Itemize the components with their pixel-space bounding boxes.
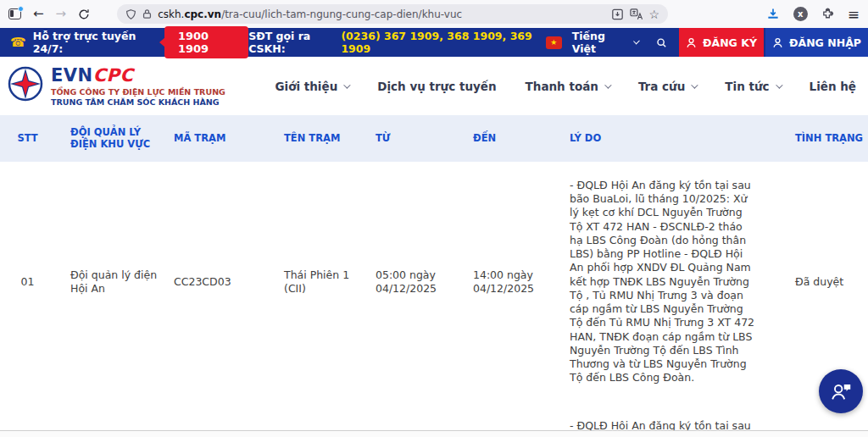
chevron-down-icon [691,81,698,88]
nav-dich-vu-truc-tuyen[interactable]: Dịch vụ trực tuyến [377,80,496,93]
person-icon [686,37,697,48]
chevron-down-icon [604,81,611,88]
col-header-reason: LÝ DO [548,115,763,162]
lock-icon[interactable] [142,8,152,19]
shield-icon[interactable] [125,8,136,20]
site-header: EVNCPC TỔNG CÔNG TY ĐIỆN LỰC MIỀN TRUNG … [0,57,868,115]
tab-notification-dot [18,6,24,12]
status-badge: Đã duyệt [763,162,868,402]
chat-agent-icon [828,379,854,404]
col-header-from: TỪ [359,115,453,162]
downloads-icon[interactable] [766,8,780,20]
col-header-stt: STT [0,115,55,162]
cskh-numbers: (0236) 367 1909, 368 1909, 369 1909 [341,30,532,55]
table-row: 01 Đội quản lý điện Hội An CC23CD03 Thái… [0,162,868,402]
cell-station-name: Thái Phiên 1 (CII) [250,162,359,402]
tab-icon[interactable] [8,8,21,19]
reload-icon[interactable] [78,8,90,20]
nav-tin-tuc[interactable]: Tin tức [725,80,780,93]
col-header-team: ĐỘI QUẢN LÝ ĐIỆN KHU VỰC [55,115,161,162]
language-selector[interactable]: Tiếng Việt [572,30,624,55]
login-button[interactable]: ĐĂNG NHẬP [765,28,868,57]
cell-from: 05:00 ngày 04/12/2025 [359,162,453,402]
company-line2: TRUNG TÂM CHĂM SÓC KHÁCH HÀNG [51,97,225,107]
url-text: cskh.cpc.vn/tra-cuu/lich-tam-ngung-cung-… [158,8,462,20]
brand-name: EVNCPC [51,65,225,86]
cskh-label: SĐT gọi ra CSKH: [248,30,336,55]
menu-icon[interactable]: ≡ [848,6,860,23]
col-header-station-name: TÊN TRẠM [250,115,359,162]
chevron-down-icon [343,81,350,88]
nav-gioi-thieu[interactable]: Giới thiệu [275,80,348,93]
col-header-to: ĐẾN [453,115,548,162]
register-button[interactable]: ĐĂNG KÝ [679,28,764,57]
nav-lien-he[interactable]: Liên hệ [810,80,856,93]
utility-bar: ☎ Hỗ trợ trực tuyến 24/7: 1900 1909 SĐT … [0,28,868,57]
col-header-status: TÌNH TRẠNG [763,115,868,162]
vietnam-flag-icon: ★ [546,36,562,49]
table-header-row: STT ĐỘI QUẢN LÝ ĐIỆN KHU VỰC MÃ TRẠM TÊN… [0,115,868,162]
search-icon[interactable] [656,36,667,49]
page: ← → cskh.cpc.vn/tra-cuu/lich-tam-ngung-c… [0,0,868,437]
bookmark-star-icon[interactable]: ☆ [649,8,660,21]
nav-tra-cuu[interactable]: Tra cứu [638,80,696,93]
utility-right: SĐT gọi ra CSKH: (0236) 367 1909, 368 19… [248,30,679,55]
forward-icon: → [56,8,67,20]
cell-to: 14:00 ngày 04/12/2025 [453,162,548,402]
cell-team: Đội quản lý điện Hội An [55,162,161,402]
chat-widget-button[interactable] [819,369,863,413]
browser-toolbar: ← → cskh.cpc.vn/tra-cuu/lich-tam-ngung-c… [0,0,868,28]
address-bar[interactable]: cskh.cpc.vn/tra-cuu/lich-tam-ngung-cung-… [117,4,668,24]
cell-station-code: CC23CD03 [161,162,250,402]
chevron-down-icon[interactable] [633,38,640,45]
extensions-puzzle-icon[interactable] [821,8,834,20]
outage-table: STT ĐỘI QUẢN LÝ ĐIỆN KHU VỰC MÃ TRẠM TÊN… [0,115,868,437]
cell-reason: - ĐQLĐ Hội An đăng ký tồn tại sau bão Bu… [548,162,763,402]
col-header-station-code: MÃ TRẠM [161,115,250,162]
phone-icon: ☎ [10,35,26,50]
extension-x-icon[interactable]: x [793,7,808,21]
hotline-badge[interactable]: 1900 1909 [164,26,248,58]
chevron-down-icon [776,81,782,88]
nav-thanh-toan[interactable]: Thanh toán [526,80,609,93]
translate-icon[interactable] [630,8,643,20]
toolbar-right: x ≡ [766,6,860,23]
main-nav: Giới thiệu Dịch vụ trực tuyến Thanh toán… [275,80,856,93]
person-icon [772,37,783,48]
page-bottom-strip [0,430,868,437]
cell-stt: 01 [0,162,55,402]
save-page-icon[interactable] [611,8,624,20]
company-line1: TỔNG CÔNG TY ĐIỆN LỰC MIỀN TRUNG [51,87,225,97]
back-icon[interactable]: ← [33,8,44,20]
evn-star-icon [7,65,44,102]
support-label: Hỗ trợ trực tuyến 24/7: [33,30,153,55]
evncpc-logo[interactable]: EVNCPC TỔNG CÔNG TY ĐIỆN LỰC MIỀN TRUNG … [7,65,225,107]
